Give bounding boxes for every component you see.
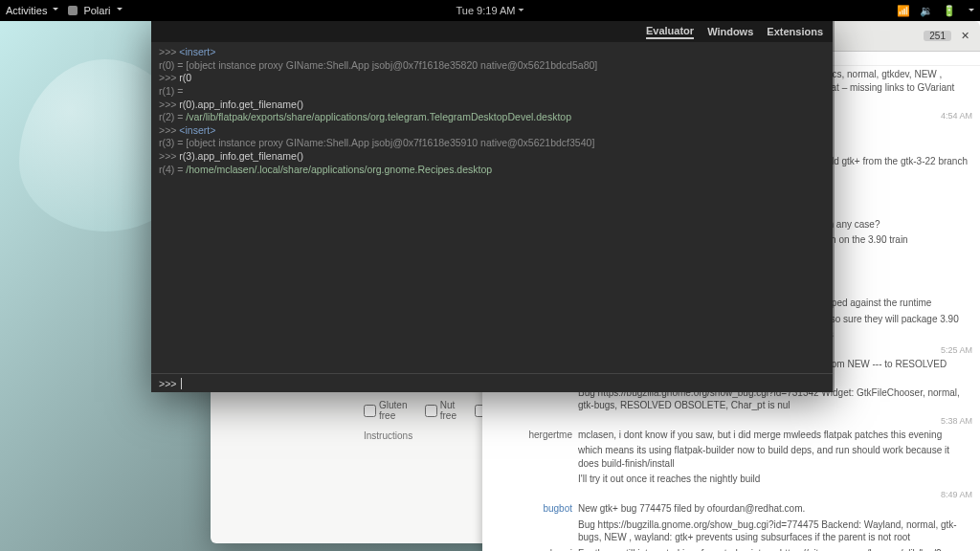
nick[interactable]: hergertme	[488, 429, 572, 442]
clock[interactable]: Tue 9:19 AM	[457, 5, 524, 16]
lg-prompt: >>>	[159, 378, 176, 389]
tab-windows[interactable]: Windows	[707, 26, 753, 37]
lg-line: >>> <insert>	[159, 124, 825, 138]
lg-input[interactable]: >>>	[151, 373, 833, 392]
nick[interactable]: bugbot	[488, 502, 572, 516]
tab-extensions[interactable]: Extensions	[767, 26, 823, 37]
nut-free-check[interactable]: Nut free	[425, 400, 467, 421]
lg-output[interactable]: >>> <insert>r(0) = [object instance prox…	[151, 42, 833, 373]
system-menu[interactable]	[966, 5, 974, 16]
gluten-free-check[interactable]: Gluten free	[364, 400, 417, 421]
chat-message: which means its using flatpak-builder no…	[578, 444, 972, 470]
chat-message: I'll try it out once it reaches the nigh…	[578, 473, 972, 486]
lg-line: r(4) = /home/mclasen/.local/share/applic…	[159, 164, 825, 177]
user-count-badge[interactable]: 251	[924, 31, 951, 41]
lg-line: >>> r(0).app_info.get_filename()	[159, 99, 825, 112]
lg-line: >>> r(3).app_info.get_filename()	[159, 150, 825, 164]
chat-message: hergertmemclasen, i dont know if you saw…	[578, 429, 972, 442]
lg-line: r(0) = [object instance proxy GIName:She…	[159, 59, 825, 73]
lg-line: r(3) = [object instance proxy GIName:She…	[159, 137, 825, 150]
nick[interactable]: ebassi	[488, 547, 572, 551]
tab-evaluator[interactable]: Evaluator	[646, 25, 694, 39]
network-icon[interactable]: 📶	[897, 5, 910, 17]
lg-line: >>> r(0	[159, 72, 825, 85]
timestamp: 5:38 AM	[578, 415, 972, 427]
close-button[interactable]: ✕	[957, 29, 972, 44]
lg-tabs: Evaluator Windows Extensions	[151, 21, 833, 42]
app-menu[interactable]: Polari	[68, 5, 122, 16]
looking-glass: Evaluator Windows Extensions >>> <insert…	[151, 21, 833, 392]
chat-message: Bug https://bugzilla.gnome.org/show_bug.…	[578, 518, 972, 544]
chat-message: bugbotNew gtk+ bug 774475 filed by ofour…	[578, 502, 972, 516]
lg-line: r(2) = /var/lib/flatpak/exports/share/ap…	[159, 111, 825, 124]
timestamp: 8:49 AM	[578, 489, 972, 500]
volume-icon[interactable]: 🔉	[920, 5, 933, 17]
top-bar: Activities Polari Tue 9:19 AM 📶 🔉 🔋	[0, 0, 980, 21]
activities-button[interactable]: Activities	[6, 5, 58, 16]
lg-line: >>> <insert>	[159, 46, 825, 59]
chat-message: ebassiFor those still interested in refc…	[578, 547, 972, 551]
battery-icon[interactable]: 🔋	[943, 5, 956, 17]
lg-line: r(1) =	[159, 85, 825, 99]
